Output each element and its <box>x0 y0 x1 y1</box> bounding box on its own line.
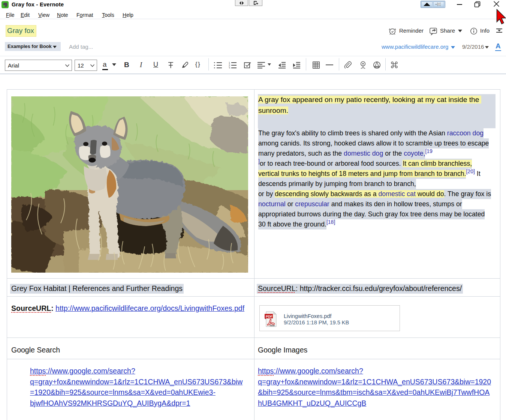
svg-text:2: 2 <box>229 64 230 67</box>
svg-text:Adobe: Adobe <box>269 325 275 327</box>
svg-text:PDF: PDF <box>266 315 273 318</box>
svg-text:3: 3 <box>229 67 230 69</box>
